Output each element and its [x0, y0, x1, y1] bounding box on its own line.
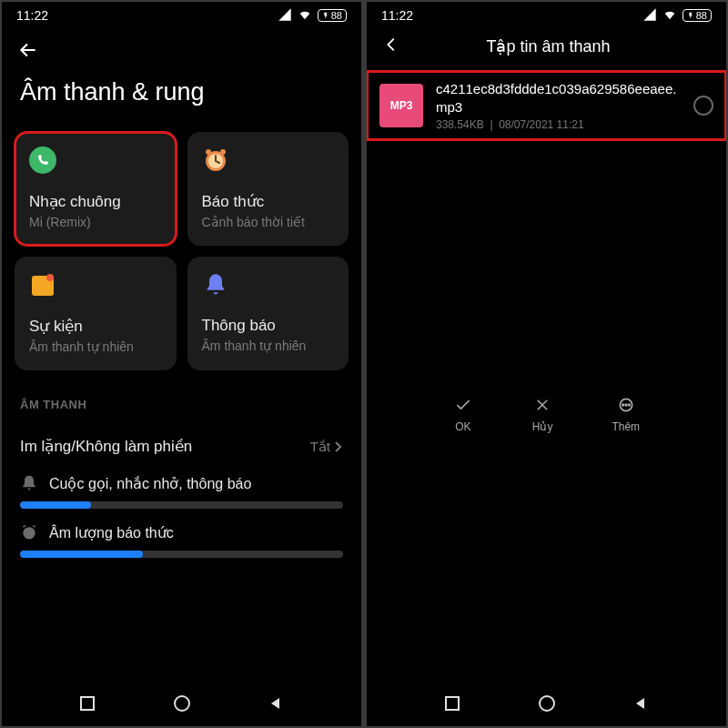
svg-point-4 [220, 149, 226, 155]
slider-calls: Cuộc gọi, nhắc nhở, thông báo [2, 469, 361, 518]
tile-events-title: Sự kiện [29, 317, 162, 336]
tile-events[interactable]: Sự kiện Âm thanh tự nhiên [15, 257, 177, 370]
slider-alarm-track[interactable] [20, 551, 343, 558]
slider-alarm-fill [20, 551, 143, 558]
tile-ringtone-title: Nhạc chuông [29, 192, 162, 211]
radio-select[interactable] [693, 96, 713, 116]
back-arrow-icon[interactable] [16, 49, 40, 65]
wifi-icon [298, 7, 312, 25]
battery-indicator: 88 [682, 9, 712, 22]
bell-small-icon [20, 474, 38, 492]
row-dnd-value: Tắt [310, 439, 343, 455]
calendar-icon [29, 271, 56, 298]
slider-calls-track[interactable] [20, 501, 343, 509]
status-time: 11:22 [16, 8, 48, 23]
section-label-sound: ÂM THANH [2, 370, 361, 424]
header-row: Tập tin âm thanh [367, 29, 726, 71]
tile-alarm-title: Báo thức [202, 192, 335, 211]
page-title: Âm thanh & rung [2, 69, 361, 132]
status-time-right: 11:22 [381, 8, 413, 23]
nav-home-icon[interactable] [173, 694, 191, 716]
row-dnd-label: Im lặng/Không làm phiền [20, 437, 192, 456]
back-row [2, 29, 361, 69]
slider-alarm-label: Âm lượng báo thức [20, 523, 343, 541]
nav-bar-right [367, 684, 726, 726]
bottom-actions: OK Hủy Thêm [367, 384, 726, 440]
check-icon [453, 395, 473, 415]
svg-point-9 [175, 696, 189, 711]
action-more[interactable]: Thêm [612, 395, 640, 433]
battery-indicator: 88 [318, 9, 347, 22]
chevron-right-icon [334, 440, 343, 453]
status-bar-right: 11:22 88 [367, 2, 726, 29]
svg-rect-14 [446, 697, 459, 710]
slider-alarm: Âm lượng báo thức [2, 518, 361, 567]
svg-point-11 [622, 404, 624, 406]
row-dnd[interactable]: Im lặng/Không làm phiền Tắt [2, 424, 361, 469]
tile-alarm-sub: Cảnh báo thời tiết [202, 215, 335, 229]
tile-notifications[interactable]: Thông báo Âm thanh tự nhiên [187, 257, 349, 370]
tile-ringtone[interactable]: Nhạc chuông Mi (Remix) [15, 132, 177, 246]
wifi-icon [662, 7, 677, 25]
action-cancel[interactable]: Hủy [532, 395, 553, 433]
nav-back-icon[interactable] [632, 695, 649, 715]
header-title: Tập tin âm thanh [385, 36, 712, 56]
tile-notif-title: Thông báo [202, 317, 335, 335]
tile-alarm[interactable]: Báo thức Cảnh báo thời tiết [187, 132, 349, 246]
svg-point-6 [46, 274, 54, 281]
svg-point-0 [29, 147, 56, 174]
more-icon [616, 395, 636, 415]
nav-bar [2, 684, 361, 726]
svg-point-15 [540, 696, 554, 711]
svg-point-12 [625, 404, 627, 406]
phone-right: 11:22 88 Tập tin âm thanh MP3 c4211ec8d3… [367, 2, 726, 726]
status-bar: 11:22 88 [2, 2, 361, 29]
svg-point-7 [23, 527, 35, 539]
phone-icon [29, 147, 56, 174]
alarm-clock-icon [202, 147, 229, 174]
action-ok[interactable]: OK [453, 395, 473, 433]
slider-calls-label: Cuộc gọi, nhắc nhở, thông báo [20, 474, 343, 492]
status-right: 88 [278, 7, 347, 25]
clock-small-icon [20, 523, 38, 541]
file-meta: 338.54KB | 08/07/2021 11:21 [436, 118, 681, 131]
file-name: c4211ec8d3fddde1c039a629586eeaee.mp3 [436, 80, 681, 116]
phone-left: 11:22 88 Âm thanh & rung Nhạc chuông Mi [2, 2, 361, 726]
mp3-file-icon: MP3 [379, 84, 423, 127]
tile-notif-sub: Âm thanh tự nhiên [202, 339, 335, 353]
status-right-2: 88 [642, 7, 712, 25]
signal-icon [642, 7, 657, 25]
slider-calls-fill [20, 501, 91, 509]
tile-events-sub: Âm thanh tự nhiên [29, 339, 162, 354]
nav-back-icon[interactable] [268, 695, 284, 715]
close-icon [532, 395, 552, 415]
bell-icon [202, 271, 229, 298]
file-row[interactable]: MP3 c4211ec8d3fddde1c039a629586eeaee.mp3… [367, 71, 726, 140]
nav-recent-icon[interactable] [444, 695, 460, 715]
nav-recent-icon[interactable] [79, 695, 96, 715]
nav-home-icon[interactable] [538, 694, 556, 716]
svg-point-3 [206, 149, 211, 155]
tile-ringtone-sub: Mi (Remix) [29, 215, 162, 229]
file-info: c4211ec8d3fddde1c039a629586eeaee.mp3 338… [436, 80, 681, 131]
svg-rect-8 [81, 697, 94, 710]
tile-grid: Nhạc chuông Mi (Remix) Báo thức Cảnh báo… [2, 132, 361, 370]
signal-icon [278, 7, 292, 25]
svg-point-13 [628, 404, 630, 406]
